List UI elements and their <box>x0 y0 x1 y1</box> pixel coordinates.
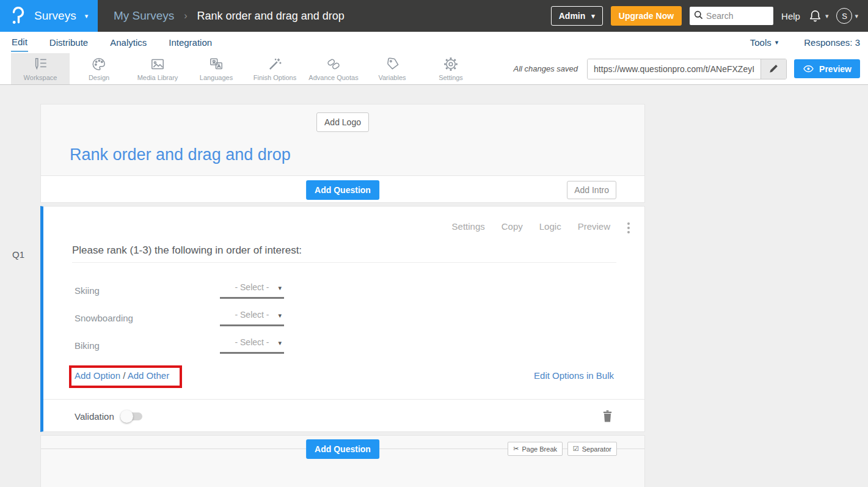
add-question-row-top: Add Question Add Intro <box>40 175 645 203</box>
tab-distribute[interactable]: Distribute <box>49 34 89 51</box>
option-label-skiing[interactable]: Skiing <box>75 285 220 296</box>
add-intro-button[interactable]: Add Intro <box>567 181 616 199</box>
question-copy-link[interactable]: Copy <box>501 221 523 232</box>
preview-button[interactable]: Preview <box>794 59 860 78</box>
chevron-down-icon: ▾ <box>278 285 282 291</box>
chevron-down-icon: ▾ <box>825 13 829 20</box>
add-question-button-bottom[interactable]: Add Question <box>306 439 379 459</box>
pencil-icon <box>768 64 779 74</box>
toolbar-item-advance-quotas[interactable]: Advance Quotas <box>304 53 363 84</box>
validation-toggle[interactable] <box>122 412 142 420</box>
rank-select-skiing[interactable]: - Select - ▾ <box>220 282 284 299</box>
breadcrumb-current-survey: Rank order and drag and drop <box>197 10 345 23</box>
search-input[interactable] <box>706 11 769 21</box>
toolbar-label: Settings <box>439 74 463 81</box>
tab-integration[interactable]: Integration <box>168 34 213 51</box>
surveys-product-switcher[interactable]: Surveys ▾ <box>0 0 98 32</box>
option-label-biking[interactable]: Biking <box>75 340 220 351</box>
admin-menu-button[interactable]: Admin ▾ <box>551 6 603 26</box>
chevron-down-icon: ▾ <box>85 13 89 20</box>
validation-label: Validation <box>75 411 114 422</box>
admin-label: Admin <box>559 11 586 21</box>
preview-label: Preview <box>819 64 852 74</box>
checkbox-checked-icon: ☑ <box>573 445 579 453</box>
chevron-down-icon: ▾ <box>278 340 282 346</box>
question-text-divider <box>72 262 616 263</box>
question-footer: Validation <box>43 399 644 433</box>
toolbar-item-media-library[interactable]: Media Library <box>128 53 187 84</box>
question-card-q1: Settings Copy Logic Preview Please rank … <box>40 206 645 432</box>
survey-url-input[interactable] <box>588 59 760 79</box>
option-label-snowboarding[interactable]: Snowboarding <box>75 313 220 323</box>
account-menu-button[interactable]: S ▾ <box>836 8 858 24</box>
toolbar-label: Advance Quotas <box>308 74 358 81</box>
separator-button[interactable]: ☑ Separator <box>567 442 617 456</box>
toolbar-item-workspace[interactable]: Workspace <box>11 53 70 84</box>
chevron-down-icon: ▾ <box>855 13 858 20</box>
help-link[interactable]: Help <box>781 11 800 21</box>
edit-url-button[interactable] <box>760 59 786 79</box>
toolbar-item-settings[interactable]: Settings <box>421 53 480 84</box>
avatar: S <box>836 8 852 24</box>
bell-icon <box>808 9 822 23</box>
palette-icon <box>91 56 107 72</box>
product-name: Surveys <box>34 9 76 23</box>
gear-icon <box>443 56 459 72</box>
question-settings-link[interactable]: Settings <box>452 221 485 232</box>
toolbar-label: Languages <box>200 74 233 81</box>
rank-select-snowboarding[interactable]: - Select - ▾ <box>220 310 284 326</box>
upgrade-now-button[interactable]: Upgrade Now <box>611 6 682 26</box>
chevron-down-icon: ▾ <box>775 39 779 46</box>
toolbar-label: Variables <box>378 74 406 81</box>
toolbar-item-design[interactable]: Design <box>70 53 128 84</box>
delete-question-button[interactable] <box>602 410 613 422</box>
question-preview-link[interactable]: Preview <box>578 221 610 232</box>
question-number-label: Q1 <box>12 249 24 260</box>
next-section-area: Add Question ✂ Page Break ☑ Separator <box>40 435 645 487</box>
toolbar-item-variables[interactable]: Variables <box>363 53 421 84</box>
top-navigation-bar: Surveys ▾ My Surveys › Rank order and dr… <box>0 0 868 32</box>
add-logo-button[interactable]: Add Logo <box>316 112 369 132</box>
breadcrumb: My Surveys › Rank order and drag and dro… <box>114 9 345 23</box>
questionpro-logo-icon <box>11 7 26 25</box>
toolbar-label: Design <box>89 74 109 81</box>
image-icon <box>150 56 166 72</box>
global-search[interactable] <box>690 7 773 25</box>
autosave-status: All changes saved <box>514 64 578 73</box>
links-separator: / <box>123 370 128 381</box>
tools-menu[interactable]: Tools ▾ <box>750 37 779 48</box>
page-break-button[interactable]: ✂ Page Break <box>508 442 563 456</box>
toolbar-label: Media Library <box>137 74 178 81</box>
survey-section-tabs: Edit Distribute Analytics Integration To… <box>0 32 868 53</box>
survey-title[interactable]: Rank order and drag and drop <box>70 145 291 164</box>
page-break-label: Page Break <box>522 445 557 453</box>
toolbar-item-finish-options[interactable]: Finish Options <box>246 53 304 84</box>
add-option-link[interactable]: Add Option <box>75 370 120 381</box>
question-logic-link[interactable]: Logic <box>539 221 561 232</box>
rank-select-biking[interactable]: - Select - ▾ <box>220 337 284 354</box>
question-text[interactable]: Please rank (1-3) the following in order… <box>72 244 302 257</box>
search-icon <box>694 10 703 22</box>
tag-icon <box>384 56 400 72</box>
notifications-button[interactable]: ▾ <box>808 9 829 23</box>
edit-options-in-bulk-link[interactable]: Edit Options in Bulk <box>534 370 614 381</box>
select-placeholder: - Select - <box>235 310 269 320</box>
tools-label: Tools <box>750 37 771 48</box>
breadcrumb-my-surveys[interactable]: My Surveys <box>114 9 174 23</box>
chain-link-icon <box>326 56 341 72</box>
survey-header-section: Add Logo Rank order and drag and drop <box>40 104 645 175</box>
eye-icon <box>803 64 814 73</box>
tab-analytics[interactable]: Analytics <box>109 34 147 51</box>
add-other-link[interactable]: Add Other <box>128 370 169 381</box>
add-question-button-top[interactable]: Add Question <box>306 180 379 200</box>
chevron-down-icon: ▾ <box>278 312 282 319</box>
translate-icon <box>208 56 224 72</box>
scissors-icon: ✂ <box>513 445 519 453</box>
tab-edit[interactable]: Edit <box>11 33 28 52</box>
toolbar-label: Workspace <box>24 74 57 81</box>
kebab-menu-icon[interactable] <box>627 222 630 233</box>
toolbar-label: Finish Options <box>253 74 296 81</box>
toolbar-item-languages[interactable]: Languages <box>187 53 246 84</box>
responses-count-link[interactable]: Responses: 3 <box>804 37 860 48</box>
survey-url-field <box>587 59 787 79</box>
